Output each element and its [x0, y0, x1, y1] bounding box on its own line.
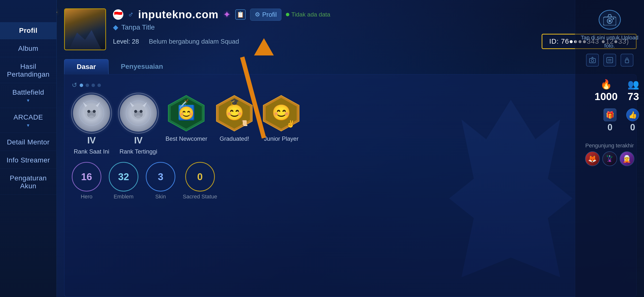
profile-name-row: 🇮🇩 ♂ inputekno.com ✦ 📋 ⚙ Profil Tidak ad…: [113, 8, 636, 21]
badge-icon-junior-player: 😊 ✌️: [262, 93, 301, 133]
sidebar-item-album[interactable]: Album: [0, 40, 56, 57]
sidebar-item-profil[interactable]: Profil: [0, 22, 56, 39]
avatar: [64, 8, 106, 50]
junior-player-label: Junior Player: [264, 135, 298, 142]
svg-rect-33: [625, 60, 629, 63]
sidebar-item-detail-mentor[interactable]: Detail Mentor: [0, 134, 56, 151]
tab-dasar[interactable]: Dasar: [64, 59, 108, 74]
svg-point-15: [136, 115, 141, 118]
status-dot: [286, 13, 289, 16]
badge-junior-player: 😊 ✌️ Junior Player: [262, 93, 301, 142]
main-content: 🇮🇩 ♂ inputekno.com ✦ 📋 ⚙ Profil Tidak ad…: [57, 0, 644, 297]
sacred-statue-label: Sacred Statue: [183, 194, 217, 200]
svg-marker-2: [83, 102, 87, 107]
svg-marker-28: [592, 57, 594, 58]
profile-username: inputekno.com: [138, 8, 218, 21]
tabs-row: Dasar Penyesuaian: [64, 59, 636, 74]
svg-point-7: [89, 115, 94, 118]
svg-marker-10: [130, 102, 134, 107]
svg-marker-11: [142, 102, 147, 107]
svg-rect-26: [613, 18, 614, 19]
sidebar: Profil Album HasilPertandingan Battlefie…: [0, 0, 57, 297]
gear-icon: ⚙: [255, 11, 260, 18]
sidebar-item-battlefield[interactable]: Battlefield ▾: [0, 84, 56, 108]
level-text: Level: 28: [113, 38, 139, 45]
gift-button[interactable]: 🎁: [604, 108, 616, 121]
sacred-statue-value: 0: [197, 171, 203, 182]
refresh-icon[interactable]: ↺: [72, 81, 77, 89]
like-value: 0: [630, 122, 635, 133]
visitor-avatar-3: 🧝: [620, 151, 634, 166]
upload-camera-icon: [598, 10, 621, 29]
rank-highest-label: Rank Tertinggi: [120, 148, 157, 155]
hero-circle: 16: [72, 162, 101, 192]
upload-icon-lock[interactable]: [620, 54, 634, 66]
upload-icon-1[interactable]: [586, 54, 599, 66]
badge-icon-graduated: 😊 🎓 📜: [214, 93, 254, 133]
camera-button[interactable]: 📋: [235, 9, 246, 20]
svg-marker-23: [608, 14, 612, 17]
chevron-down-icon: ▾: [27, 97, 30, 103]
upload-icon-2[interactable]: [603, 54, 616, 66]
page-dot-3: [92, 83, 95, 87]
settings-label: Profil: [262, 11, 277, 18]
gender-icon: ♂: [128, 10, 134, 19]
settings-button[interactable]: ⚙ Profil: [250, 9, 282, 21]
tab-penyesuaian[interactable]: Penyesuaian: [108, 59, 175, 74]
visitors-label: Pengunjung terakhir: [578, 142, 642, 149]
skin-circle: 3: [146, 162, 175, 192]
svg-point-12: [134, 111, 143, 118]
rank-roman-highest: IV: [134, 135, 142, 146]
stats-area: 🔥 1000 👥 73 🎁 0 👍 0: [575, 79, 644, 133]
upload-icons-row: [586, 54, 634, 66]
badge-rank-highest: IV Rank Tertinggi: [119, 93, 158, 155]
svg-point-0: [79, 101, 104, 125]
emblem-circle: 32: [109, 162, 138, 192]
svg-rect-27: [590, 58, 596, 63]
svg-point-5: [87, 110, 90, 113]
star-icon[interactable]: ✦: [223, 9, 231, 20]
badge-icon-rank-highest: [119, 93, 158, 133]
stat-hero: 16 Hero: [72, 162, 101, 200]
people-value: 73: [628, 91, 639, 102]
visitor-avatar-1: 🦊: [585, 151, 600, 166]
rank-current-label: Rank Saat Ini: [74, 148, 109, 155]
fire-value: 1000: [595, 91, 618, 102]
profile-top: 🇮🇩 ♂ inputekno.com ✦ 📋 ⚙ Profil Tidak ad…: [64, 8, 636, 50]
hero-value: 16: [81, 171, 92, 182]
rank-highest-icon: [120, 95, 157, 132]
squad-text: Belum bergabung dalam Squad: [149, 38, 239, 45]
gift-value: 0: [608, 122, 612, 133]
svg-marker-3: [96, 102, 100, 107]
page-dot-2: [86, 83, 89, 87]
data-status-text: Tidak ada data: [291, 11, 330, 18]
svg-point-14: [140, 110, 142, 113]
title-row: ◆ Tanpa Title: [113, 23, 636, 31]
hero-label: Hero: [81, 194, 92, 200]
right-panel: Tap di sini untuk Upload foto.: [575, 0, 644, 297]
svg-rect-30: [607, 57, 613, 63]
like-button[interactable]: 👍: [626, 108, 639, 121]
rank-icon: [73, 95, 110, 132]
flag-icon: 🇮🇩: [113, 9, 123, 20]
visitor-avatar-2: 🦹: [602, 151, 617, 166]
sidebar-item-hasil-pertandingan[interactable]: HasilPertandingan: [0, 58, 56, 83]
sidebar-item-pengaturan-akun[interactable]: PengaturanAkun: [0, 170, 56, 195]
svg-point-4: [87, 111, 96, 118]
emblem-label: Emblem: [114, 194, 134, 200]
sidebar-item-info-streamer[interactable]: Info Streamer: [0, 152, 56, 169]
fire-icon: 🔥: [600, 79, 612, 90]
skin-label: Skin: [156, 194, 166, 200]
page-dot-1: [80, 83, 83, 87]
stat-sacred-statue: 0 Sacred Statue: [183, 162, 217, 200]
svg-point-1: [84, 104, 99, 120]
sidebar-item-arcade[interactable]: ARCADE ▾: [0, 109, 56, 133]
people-icon: 👥: [628, 79, 639, 90]
svg-point-6: [93, 110, 96, 113]
data-status: Tidak ada data: [286, 11, 330, 18]
stat-skin: 3 Skin: [146, 162, 175, 200]
chevron-down-icon: ▾: [27, 122, 30, 128]
svg-point-13: [134, 110, 137, 113]
badge-best-newcomer: 🟦 😊 🗡️ Best Newcomer: [166, 93, 207, 142]
svg-point-9: [131, 104, 146, 120]
